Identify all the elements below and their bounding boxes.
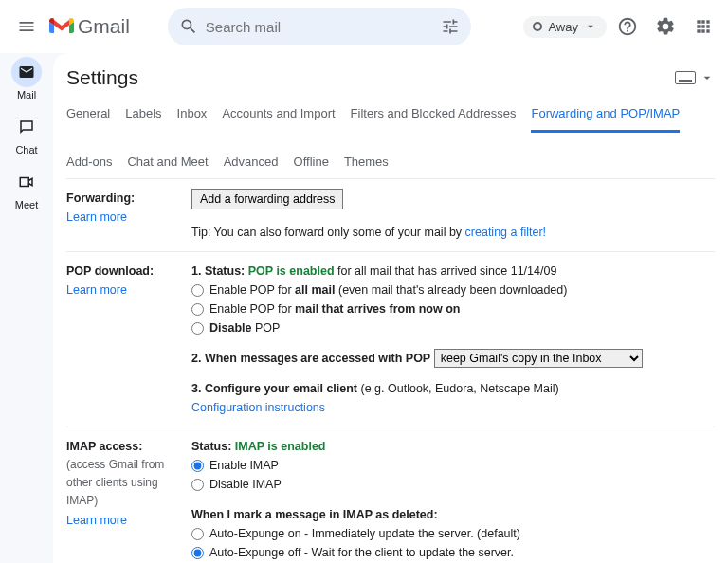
section-pop: POP download: Learn more 1. Status: POP … [66,252,715,427]
gmail-logo[interactable]: Gmail [49,15,130,38]
settings-tabs: General Labels Inbox Accounts and Import… [66,99,715,179]
settings-button[interactable] [648,9,682,44]
chat-icon [11,112,42,142]
rail-label: Chat [15,144,37,155]
expunge-radio-off[interactable] [191,547,204,559]
app-header: Gmail Away [0,0,728,53]
tab-addons[interactable]: Add-ons [66,147,112,178]
imap-learn-more-link[interactable]: Learn more [66,514,127,527]
apps-grid-icon [694,17,713,36]
search-icon [179,17,198,36]
gear-icon [655,16,676,37]
tab-labels[interactable]: Labels [125,99,161,132]
imap-subtext: (access Gmail from other clients using I… [66,456,191,511]
pop-learn-more-link[interactable]: Learn more [66,283,127,297]
section-forwarding: Forwarding: Learn more Add a forwarding … [66,179,715,252]
help-icon [617,16,638,37]
expunge-radio-on[interactable] [191,528,204,540]
gmail-icon [49,17,74,36]
tab-inbox[interactable]: Inbox [177,99,208,132]
header-right: Away [523,9,720,44]
pop-option-all-mail[interactable]: Enable POP for all mail (even mail that'… [191,281,715,300]
section-imap: IMAP access: (access Gmail from other cl… [66,427,715,563]
pop-status-line: 1. Status: POP is enabled for all mail t… [191,262,715,281]
create-filter-link[interactable]: creating a filter! [465,226,546,239]
imap-deleted-heading: When I mark a message in IMAP as deleted… [191,508,438,521]
page-title: Settings [66,66,138,89]
pop-heading: POP download: [66,262,191,281]
forwarding-heading: Forwarding: [66,189,191,208]
imap-option-disable[interactable]: Disable IMAP [191,475,715,494]
mail-icon [11,57,42,87]
keyboard-icon [675,71,696,84]
logo-text: Gmail [78,15,130,38]
pop-radio-nowon[interactable] [191,303,204,316]
tune-icon [441,17,460,36]
forwarding-tip: Tip: You can also forward only some of y… [191,223,715,242]
apps-button[interactable] [686,9,720,44]
imap-option-enable[interactable]: Enable IMAP [191,456,715,475]
search-options-button[interactable] [441,17,460,36]
pop-step3: 3. Configure your email client (e.g. Out… [191,379,715,398]
pop-access-action-select[interactable]: keep Gmail's copy in the Inbox [434,349,643,368]
imap-radio-disable[interactable] [191,479,204,491]
input-tools-button[interactable] [675,70,715,85]
rail-label: Meet [15,199,38,210]
tab-chat-meet[interactable]: Chat and Meet [127,147,208,178]
status-label: Away [548,20,578,34]
tab-forwarding-pop-imap[interactable]: Forwarding and POP/IMAP [531,99,680,133]
meet-icon [11,167,42,197]
add-forwarding-address-button[interactable]: Add a forwarding address [191,189,343,209]
imap-heading: IMAP access: [66,437,191,456]
rail-item-mail[interactable]: Mail [11,57,42,100]
main-content: Settings General Labels Inbox Accounts a… [53,53,728,563]
tab-advanced[interactable]: Advanced [224,147,279,178]
tab-accounts[interactable]: Accounts and Import [222,99,335,132]
imap-expunge-on[interactable]: Auto-Expunge on - Immediately update the… [191,524,715,543]
left-nav-rail: Mail Chat Meet [0,53,53,563]
pop-option-disable[interactable]: Disable POP [191,318,715,337]
imap-radio-enable[interactable] [191,460,204,472]
search-input[interactable] [206,19,441,35]
search-bar[interactable] [168,8,471,45]
pop-radio-disable[interactable] [191,322,204,335]
chevron-down-icon [584,20,597,33]
hamburger-icon [17,17,36,36]
dropdown-icon [700,70,715,85]
support-button[interactable] [610,9,645,44]
main-menu-button[interactable] [8,8,46,45]
forwarding-learn-more-link[interactable]: Learn more [66,210,127,224]
pop-step2: 2. When messages are accessed with POP k… [191,349,715,368]
tab-general[interactable]: General [66,99,110,132]
tab-offline[interactable]: Offline [294,147,329,178]
rail-label: Mail [17,89,36,100]
imap-status-line: Status: IMAP is enabled [191,437,715,456]
rail-item-meet[interactable]: Meet [11,167,42,210]
tab-filters[interactable]: Filters and Blocked Addresses [351,99,517,132]
rail-item-chat[interactable]: Chat [11,112,42,155]
imap-expunge-off[interactable]: Auto-Expunge off - Wait for the client t… [191,543,715,562]
pop-radio-all[interactable] [191,284,204,297]
tab-themes[interactable]: Themes [344,147,389,178]
presence-status-chip[interactable]: Away [523,16,607,38]
pop-config-instructions-link[interactable]: Configuration instructions [191,401,325,414]
pop-option-now-on[interactable]: Enable POP for mail that arrives from no… [191,300,715,318]
away-status-icon [533,22,542,31]
